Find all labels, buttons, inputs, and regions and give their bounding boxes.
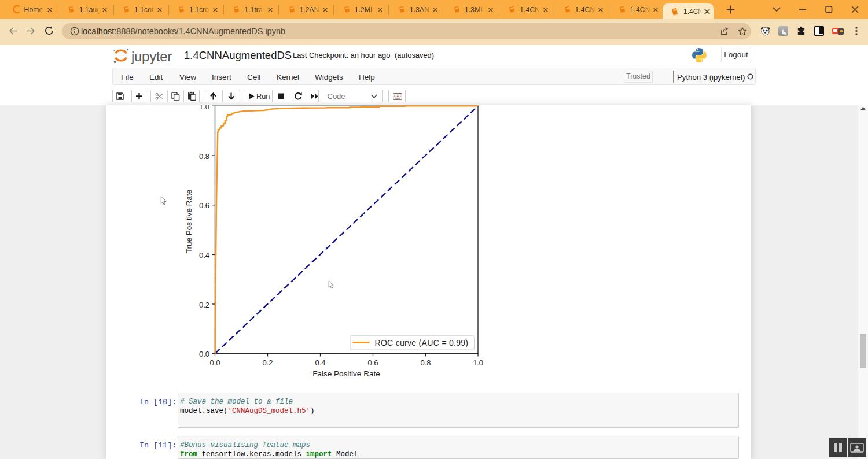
svg-text:False Positive Rate: False Positive Rate bbox=[312, 369, 380, 378]
svg-text:0.2: 0.2 bbox=[262, 358, 273, 367]
svg-text:ROC curve (AUC = 0.99): ROC curve (AUC = 0.99) bbox=[375, 338, 469, 347]
svg-text:1.0: 1.0 bbox=[199, 105, 209, 111]
svg-text:0.0: 0.0 bbox=[199, 350, 209, 358]
svg-text:0.8: 0.8 bbox=[420, 358, 431, 367]
svg-text:0.4: 0.4 bbox=[199, 251, 209, 260]
svg-text:True Positive Rate: True Positive Rate bbox=[185, 190, 193, 254]
svg-text:0.2: 0.2 bbox=[199, 301, 209, 309]
svg-text:1.0: 1.0 bbox=[473, 358, 483, 367]
svg-text:0.6: 0.6 bbox=[199, 201, 209, 210]
svg-text:0.0: 0.0 bbox=[209, 358, 220, 367]
svg-text:0.6: 0.6 bbox=[367, 358, 378, 367]
svg-text:0.4: 0.4 bbox=[315, 358, 325, 367]
svg-text:0.8: 0.8 bbox=[199, 152, 209, 161]
